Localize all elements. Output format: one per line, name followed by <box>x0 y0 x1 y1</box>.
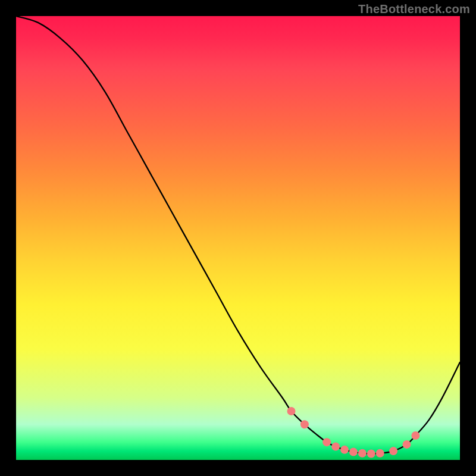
chart-svg <box>16 16 460 460</box>
highlight-dot <box>287 407 296 415</box>
highlight-dots <box>287 407 420 458</box>
highlight-dot <box>389 447 397 455</box>
highlight-dot <box>349 448 358 456</box>
highlight-dot <box>322 438 331 446</box>
highlight-dot <box>376 449 384 458</box>
highlight-dot <box>340 446 349 454</box>
bottleneck-curve <box>16 16 460 454</box>
highlight-dot <box>300 420 309 428</box>
highlight-dot <box>367 450 375 458</box>
highlight-dot <box>331 443 340 451</box>
highlight-dot <box>358 449 367 458</box>
highlight-dot <box>402 440 411 449</box>
highlight-dot <box>411 431 419 440</box>
watermark: TheBottleneck.com <box>358 2 470 16</box>
